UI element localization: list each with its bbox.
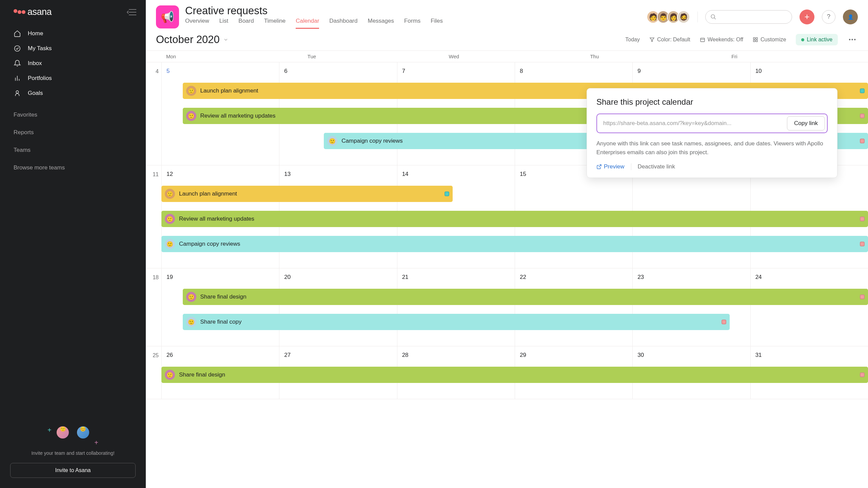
project-members[interactable]: 🧑 👨 👩 🧔 xyxy=(649,11,690,23)
task-bar[interactable]: 🙂Review all marketing updates xyxy=(161,211,868,227)
share-link-row: Copy link xyxy=(596,114,828,133)
nav-home[interactable]: Home xyxy=(0,26,146,41)
copy-link-button[interactable]: Copy link xyxy=(787,116,825,130)
tab-dashboard[interactable]: Dashboard xyxy=(329,18,357,29)
nav-my-tasks[interactable]: My Tasks xyxy=(0,41,146,56)
tab-forms[interactable]: Forms xyxy=(404,18,420,29)
day-cell[interactable]: 22 xyxy=(515,268,632,346)
day-number: 22 xyxy=(520,274,628,281)
day-number: 9 xyxy=(637,68,745,75)
today-button[interactable]: Today xyxy=(625,37,640,43)
tab-timeline[interactable]: Timeline xyxy=(264,18,286,29)
task-bar[interactable]: 🙂Campaign copy reviews xyxy=(161,236,868,252)
tab-calendar[interactable]: Calendar xyxy=(296,18,319,29)
day-cell[interactable]: 23 xyxy=(632,268,750,346)
month-label: October 2020 xyxy=(156,34,220,46)
day-number: 24 xyxy=(755,274,863,281)
svg-line-9 xyxy=(714,18,716,19)
project-title: Creative requests xyxy=(185,5,443,17)
tab-overview[interactable]: Overview xyxy=(185,18,209,29)
color-selector[interactable]: Color: Default xyxy=(649,37,690,43)
day-header: Fri xyxy=(727,51,868,62)
svg-point-8 xyxy=(711,15,715,18)
chevron-down-icon xyxy=(223,37,229,42)
tab-messages[interactable]: Messages xyxy=(368,18,394,29)
day-cell[interactable]: 21 xyxy=(397,268,515,346)
day-number: 5 xyxy=(166,68,274,75)
project-icon[interactable]: 📢 xyxy=(156,5,179,28)
preview-link[interactable]: Preview xyxy=(596,163,624,170)
deactivate-link[interactable]: Deactivate link xyxy=(631,163,675,170)
sidebar-toggle-icon[interactable] xyxy=(127,8,136,16)
day-cell[interactable]: 20 xyxy=(279,268,397,346)
section-favorites[interactable]: Favorites xyxy=(0,104,146,122)
day-number: 10 xyxy=(755,68,863,75)
assignee-avatar: 🙂 xyxy=(165,239,175,249)
day-header: Mon xyxy=(161,51,303,62)
nav-inbox[interactable]: Inbox xyxy=(0,56,146,71)
weekends-toggle[interactable]: Weekends: Off xyxy=(700,37,743,43)
nav-primary: HomeMy TasksInboxPortfoliosGoals xyxy=(0,23,146,104)
logo-text: asana xyxy=(27,7,52,17)
search-input[interactable] xyxy=(705,10,792,24)
svg-rect-11 xyxy=(701,38,705,42)
svg-rect-13 xyxy=(753,38,755,39)
current-user-avatar[interactable]: 👤 xyxy=(843,9,858,24)
task-bar[interactable]: 🙂Launch plan alignment xyxy=(161,186,453,202)
day-cell[interactable]: 24 xyxy=(750,268,868,346)
task-tag xyxy=(860,217,865,221)
logo[interactable]: asana xyxy=(14,7,52,17)
logo-icon xyxy=(14,10,25,14)
day-number: 21 xyxy=(402,274,510,281)
task-tag xyxy=(860,88,865,93)
assignee-avatar: 🙂 xyxy=(165,214,175,224)
svg-rect-16 xyxy=(756,40,757,42)
assignee-avatar: 🙂 xyxy=(165,370,175,380)
nav-goals[interactable]: Goals xyxy=(0,86,146,101)
section-reports[interactable]: Reports xyxy=(0,122,146,139)
day-number: 26 xyxy=(166,352,274,359)
svg-rect-15 xyxy=(753,40,755,42)
svg-point-3 xyxy=(15,46,20,52)
invite-illustration: + 🙂 😊 + xyxy=(7,426,139,447)
tab-list[interactable]: List xyxy=(219,18,228,29)
tab-board[interactable]: Board xyxy=(238,18,254,29)
help-button[interactable]: ? xyxy=(822,10,835,24)
tab-files[interactable]: Files xyxy=(431,18,443,29)
task-tag xyxy=(722,320,726,324)
task-bar[interactable]: 🙂Share final design xyxy=(161,367,868,383)
invite-text: Invite your team and start collaborating… xyxy=(7,450,139,457)
svg-rect-14 xyxy=(756,38,757,39)
task-bar[interactable]: 🙂Share final design xyxy=(183,289,868,305)
task-label: Campaign copy reviews xyxy=(179,241,240,247)
task-label: Review all marketing updates xyxy=(200,113,276,119)
invite-button[interactable]: Invite to Asana xyxy=(10,463,136,478)
more-menu[interactable]: ••• xyxy=(847,37,858,43)
task-bar[interactable]: 🙂Share final copy xyxy=(183,314,730,330)
link-active-button[interactable]: Link active xyxy=(796,34,838,45)
svg-point-7 xyxy=(16,91,18,93)
month-selector[interactable]: October 2020 xyxy=(156,34,229,46)
day-cell[interactable]: 19 xyxy=(161,268,279,346)
day-number: 12 xyxy=(166,171,274,178)
task-tag xyxy=(860,372,865,377)
task-label: Share final design xyxy=(179,371,225,378)
assignee-avatar: 🙂 xyxy=(186,292,196,302)
section-teams[interactable]: Teams xyxy=(0,139,146,157)
task-tag xyxy=(860,242,865,246)
week-number: 4 xyxy=(146,62,161,165)
filter-icon xyxy=(649,37,655,42)
customize-button[interactable]: Customize xyxy=(753,37,786,43)
task-tag xyxy=(860,294,865,299)
section-browse-more-teams[interactable]: Browse more teams xyxy=(0,157,146,175)
week-number: 25 xyxy=(146,346,161,399)
share-link-input[interactable] xyxy=(599,116,787,130)
share-calendar-popover: Share this project calendar Copy link An… xyxy=(587,88,837,178)
global-add-button[interactable]: + xyxy=(800,9,814,24)
task-tag xyxy=(445,191,449,196)
task-tag xyxy=(860,139,865,143)
day-number: 8 xyxy=(520,68,628,75)
project-tabs: OverviewListBoardTimelineCalendarDashboa… xyxy=(185,18,443,29)
external-link-icon xyxy=(596,164,602,169)
nav-portfolios[interactable]: Portfolios xyxy=(0,71,146,86)
